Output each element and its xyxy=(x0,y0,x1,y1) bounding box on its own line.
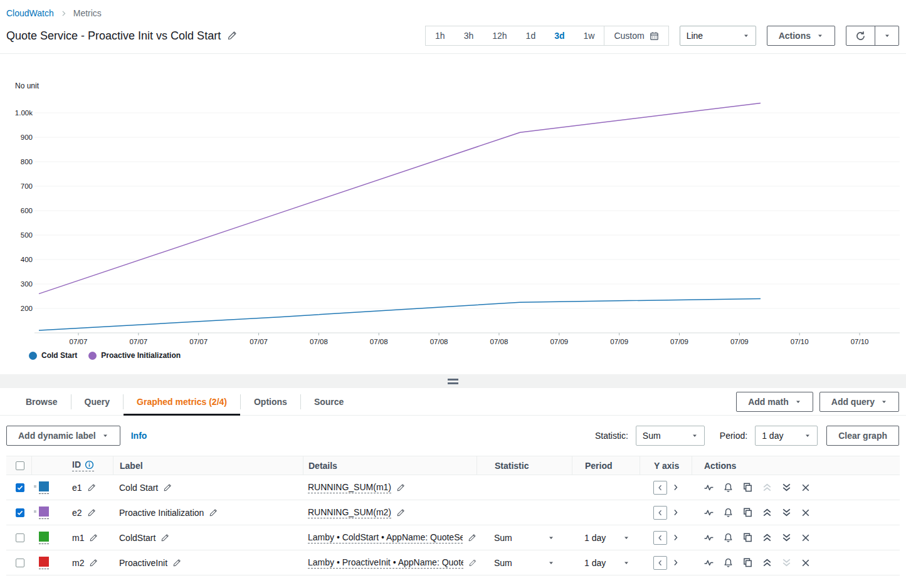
color-swatch[interactable] xyxy=(39,557,49,569)
tab-browse[interactable]: Browse xyxy=(13,388,71,415)
row-period-value: 1 day xyxy=(584,533,606,543)
y-axis-left-button[interactable] xyxy=(653,481,667,495)
chevron-down-icon xyxy=(884,33,890,39)
add-math-button[interactable]: Add math xyxy=(736,392,813,412)
info-link[interactable]: Info xyxy=(131,431,147,441)
add-dynamic-label-button[interactable]: Add dynamic label xyxy=(6,426,120,446)
edit-details-icon[interactable] xyxy=(396,483,405,492)
period-select[interactable]: 1 day xyxy=(755,426,818,446)
duplicate-icon[interactable] xyxy=(742,557,753,568)
breadcrumb-cloudwatch[interactable]: CloudWatch xyxy=(6,8,54,18)
edit-label-icon[interactable] xyxy=(161,533,169,542)
row-period-value: 1 day xyxy=(584,558,606,568)
row-checkbox[interactable] xyxy=(16,508,24,517)
row-checkbox[interactable] xyxy=(16,533,24,542)
color-swatch[interactable] xyxy=(39,507,49,519)
pulse-icon[interactable] xyxy=(703,507,714,518)
color-swatch[interactable] xyxy=(39,532,49,544)
id-column-header[interactable]: ID xyxy=(72,459,94,471)
remove-icon[interactable] xyxy=(801,558,811,568)
duplicate-icon[interactable] xyxy=(742,507,753,518)
resize-handle[interactable] xyxy=(448,379,458,384)
duplicate-icon[interactable] xyxy=(742,532,753,543)
alarm-bell-icon[interactable] xyxy=(723,532,734,543)
legend-item-proactive-initialization[interactable]: Proactive Initialization xyxy=(88,351,181,360)
y-axis-right-button[interactable] xyxy=(672,508,680,517)
chevron-down-icon xyxy=(743,33,749,39)
edit-id-icon[interactable] xyxy=(87,483,96,492)
pulse-icon[interactable] xyxy=(703,532,714,543)
edit-id-icon[interactable] xyxy=(87,508,96,517)
edit-details-icon[interactable] xyxy=(396,508,405,517)
alarm-bell-icon[interactable] xyxy=(723,557,734,568)
edit-id-icon[interactable] xyxy=(89,559,98,567)
time-range-1h[interactable]: 1h xyxy=(426,26,455,45)
refresh-options-button[interactable] xyxy=(875,26,898,45)
time-range-12h[interactable]: 12h xyxy=(483,26,516,45)
edit-details-icon[interactable] xyxy=(468,559,477,567)
chart-type-select[interactable]: Line xyxy=(680,26,756,46)
y-axis-left-button[interactable] xyxy=(653,531,667,545)
metric-details[interactable]: RUNNING_SUM(m1) xyxy=(308,482,391,493)
edit-label-icon[interactable] xyxy=(209,508,218,517)
legend-item-cold-start[interactable]: Cold Start xyxy=(29,351,77,360)
edit-id-icon[interactable] xyxy=(89,533,98,542)
color-swatch[interactable] xyxy=(39,481,49,494)
time-range-3h[interactable]: 3h xyxy=(455,26,483,45)
metric-details[interactable]: RUNNING_SUM(m2) xyxy=(308,507,391,518)
details-column-header: Details xyxy=(303,456,477,475)
tab-query[interactable]: Query xyxy=(71,388,123,415)
actions-button[interactable]: Actions xyxy=(767,26,835,46)
tab-graphed-metrics[interactable]: Graphed metrics (2/4) xyxy=(124,388,240,415)
add-query-button[interactable]: Add query xyxy=(819,392,899,412)
refresh-button[interactable] xyxy=(846,26,875,45)
time-range-custom[interactable]: Custom xyxy=(604,26,668,45)
row-checkbox[interactable] xyxy=(16,559,24,567)
move-up-icon[interactable] xyxy=(762,532,772,543)
select-all-checkbox[interactable] xyxy=(16,461,24,470)
info-icon[interactable] xyxy=(85,460,94,470)
tab-source[interactable]: Source xyxy=(301,388,357,415)
duplicate-icon[interactable] xyxy=(742,482,753,493)
y-axis-right-button[interactable] xyxy=(672,533,680,542)
metric-details[interactable]: Lamby • ProactiveInit • AppName: QuoteS xyxy=(308,557,463,569)
move-down-icon[interactable] xyxy=(781,532,792,543)
row-period-select[interactable]: 1 day xyxy=(584,558,629,568)
clear-graph-button[interactable]: Clear graph xyxy=(826,426,899,446)
move-down-icon[interactable] xyxy=(781,482,792,493)
pulse-icon[interactable] xyxy=(703,557,714,568)
chevron-down-icon xyxy=(692,433,698,439)
line-chart[interactable]: 1.00k90080070060050040030020007/0707/070… xyxy=(0,54,906,361)
alarm-bell-icon[interactable] xyxy=(723,482,734,493)
row-statistic-select[interactable]: Sum xyxy=(494,533,554,543)
row-statistic-select[interactable]: Sum xyxy=(494,558,554,568)
edit-details-icon[interactable] xyxy=(468,533,477,542)
time-range-1w[interactable]: 1w xyxy=(574,26,604,45)
edit-label-icon[interactable] xyxy=(172,559,181,567)
y-axis-right-button[interactable] xyxy=(672,483,680,491)
tab-options[interactable]: Options xyxy=(241,388,300,415)
statistic-select[interactable]: Sum xyxy=(636,426,705,446)
move-down-icon[interactable] xyxy=(781,507,792,518)
remove-icon[interactable] xyxy=(801,508,811,518)
y-axis-left-button[interactable] xyxy=(653,556,667,570)
y-axis-right-button[interactable] xyxy=(672,559,680,567)
edit-title-icon[interactable] xyxy=(227,31,237,41)
metric-id: m2 xyxy=(72,558,84,568)
edit-label-icon[interactable] xyxy=(163,483,172,492)
row-period-select[interactable]: 1 day xyxy=(584,533,629,543)
metric-details[interactable]: Lamby • ColdStart • AppName: QuoteSer xyxy=(308,532,463,543)
alarm-bell-icon[interactable] xyxy=(723,507,734,518)
remove-icon[interactable] xyxy=(801,483,811,493)
remove-icon[interactable] xyxy=(801,533,811,543)
row-checkbox[interactable] xyxy=(16,483,24,492)
move-up-icon[interactable] xyxy=(762,507,772,518)
pulse-icon[interactable] xyxy=(703,482,714,493)
time-range-1d[interactable]: 1d xyxy=(517,26,545,45)
y-axis-left-button[interactable] xyxy=(653,506,667,520)
svg-text:07/08: 07/08 xyxy=(490,338,508,345)
move-up-icon xyxy=(762,482,772,493)
swatch-dash xyxy=(39,518,49,519)
time-range-3d[interactable]: 3d xyxy=(545,26,574,45)
move-up-icon[interactable] xyxy=(762,557,772,568)
